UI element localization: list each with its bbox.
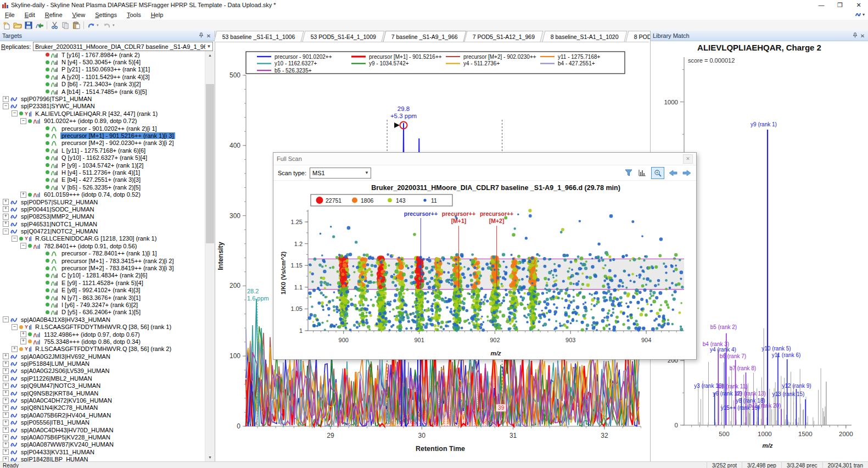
filter-icon[interactable] (624, 168, 634, 178)
minimize-button[interactable]: — (812, 0, 831, 10)
restore-button[interactable]: ❐ (831, 0, 849, 10)
expand-icon[interactable]: + (3, 449, 9, 455)
expand-icon[interactable]: + (3, 398, 9, 404)
tree-row-transition[interactable]: T [y16] - 1767.8984+ (rank 2) (0, 51, 205, 58)
tree-row-transition[interactable]: A [y20] - 1101.5429++ (rank 4)[3] (0, 73, 205, 80)
tree-row-transition[interactable]: V [b5] - 526.3235+ (rank 2)[5] (0, 183, 205, 191)
close-panel-icon[interactable]: ✕ (205, 33, 212, 39)
tree-row-protein[interactable]: +sp|P07996|TSP1_HUMAN (0, 95, 205, 102)
collapse-icon[interactable]: − (20, 118, 26, 124)
tree-row-transition[interactable]: C [y10] - 1281.4834+ (rank 2)[6] (0, 272, 205, 279)
collapse-icon[interactable]: − (12, 110, 18, 116)
tree-row-transition[interactable]: A [b14] - 1514.7485+ (rank 6)[5] (0, 88, 205, 95)
expand-icon[interactable]: + (3, 214, 9, 220)
expand-icon[interactable]: + (3, 390, 9, 396)
collapse-icon[interactable]: − (3, 316, 9, 322)
tree-row-transition[interactable]: P [y9] - 1034.5742+ (rank 1)[2] (0, 161, 205, 169)
tree-row-transition[interactable]: precursor [M+2] - 902.0230++ (rank 3)[i … (0, 140, 205, 147)
tree-row-transition[interactable]: Q [y10] - 1162.6327+ (rank 5)[4] (0, 154, 205, 161)
tree-row-peptide[interactable]: −YR.LSCAASGFTFDDYTMHWVR.Q [38, 56] (rank… (0, 323, 205, 330)
expand-icon[interactable]: + (3, 368, 9, 374)
tree-row-transition[interactable]: E [b4] - 427.2551+ (rank 3)[3] (0, 176, 205, 183)
expand-icon[interactable]: + (20, 331, 26, 337)
tree-row-transition[interactable]: precursor [M+1] - 783.3415++ (rank 2)[i … (0, 257, 205, 264)
expand-icon[interactable]: + (3, 412, 9, 418)
menu-help[interactable]: Help (146, 10, 169, 19)
tree-row-transition[interactable]: H [y4] - 511.2736+ (rank 4)[1] (0, 169, 205, 176)
expand-icon[interactable]: + (20, 338, 26, 344)
tree-row-precursor[interactable]: +1132.4986++ (idotp 0.97, dotp 0.67) (0, 331, 205, 338)
tree-row-protein[interactable]: +sp|P04433|KV311_HUMAN (0, 448, 205, 455)
import-results-button[interactable] (34, 20, 45, 30)
expand-icon[interactable]: + (3, 405, 9, 411)
open-file-button[interactable] (12, 20, 23, 30)
expand-icon[interactable]: + (3, 434, 9, 441)
expand-icon[interactable]: + (3, 442, 9, 448)
tree-row-transition[interactable]: precursor - 901.0202++ (rank 2)[i 1] (0, 125, 205, 132)
expand-icon[interactable]: + (20, 192, 26, 198)
menu-tools[interactable]: Tools (122, 10, 146, 19)
tree-row-transition[interactable]: D [b6] - 721.3403+ (rank 3)[2] (0, 81, 205, 88)
pin-icon[interactable] (851, 32, 859, 39)
collapse-icon[interactable]: − (12, 236, 18, 242)
close-panel-icon[interactable]: ✕ (859, 33, 866, 39)
tree-row-protein[interactable]: +sp|P08253|MMP2_HUMAN (0, 213, 205, 220)
replicate-tab[interactable]: 8 baseline_S1-A1_1_1020 (542, 31, 627, 42)
spectrum-icon[interactable] (637, 168, 647, 178)
tree-row-precursor[interactable]: +601.0159+++ (idotp 0.74, dotp 0.52) (0, 191, 205, 198)
menu-edit[interactable]: Edit (20, 10, 40, 19)
tree-row-protein[interactable]: +sp|Q9UM47|NOTC3_HUMAN (0, 382, 205, 389)
collapse-icon[interactable]: − (12, 324, 18, 330)
tree-row-protein[interactable]: +sp|A0A0C4DH43|HV70D_HUMAN (0, 426, 205, 433)
replicate-tab[interactable]: 7 baseline _S1-A9_1_966 (383, 31, 466, 42)
tree-row-protein[interactable]: +sp|A0A0C4DH72|KV106_HUMAN (0, 397, 205, 404)
menu-refine[interactable]: Refine (40, 10, 68, 19)
tree-row-transition[interactable]: D [y5] - 636.2406+ (rank 1)[5] (0, 309, 205, 316)
replicate-tab[interactable]: 53 baseline _S1-E1_1_1006 (214, 31, 304, 42)
tree-row-protein[interactable]: +sp|P0DP57|SLUR2_HUMAN (0, 198, 205, 205)
full-scan-plot[interactable]: Bruker_20200311_HMoore_DIA_CDLR7 baselin… (273, 181, 695, 360)
collapse-icon[interactable]: − (3, 229, 9, 235)
zoom-icon[interactable] (651, 167, 664, 179)
targets-scrollbar[interactable]: ▲ ▼ (205, 51, 215, 461)
full-scan-window[interactable]: Full Scan ✕ Scan type: MS1 ▼ Bruker_2020… (273, 152, 697, 360)
tree-row-protein[interactable]: +sp|A0A075B6R2|HV404_HUMAN (0, 411, 205, 419)
tree-row-transition[interactable]: P [y21] - 1150.0693++ (rank 1)[1] (0, 66, 205, 73)
tree-row-protein[interactable]: +sp|A0A087WW87|KV240_HUMAN (0, 441, 205, 448)
tree-row-peptide[interactable]: −YR.GLLCEENIDDCAR.G [1218, 1230] (rank 1… (0, 235, 205, 242)
tree-row-precursor[interactable]: +755.3348+++ (idotp 0.86, dotp 0.34) (0, 338, 205, 345)
menu-view[interactable]: View (68, 10, 91, 19)
replicates-dropdown[interactable]: Bruker_20200311_HMoore_DIA_CDLR7 baselin… (33, 42, 213, 51)
tree-row-protein[interactable]: +sp|P11226|MBL2_HUMAN (0, 375, 205, 382)
full-scan-titlebar[interactable]: Full Scan ✕ (273, 153, 696, 165)
tree-row-transition[interactable]: precursor [M+2] - 783.8419++ (rank 3)[i … (0, 264, 205, 271)
close-button[interactable]: ✕ (849, 0, 868, 10)
tree-row-protein[interactable]: +sp|A0A075B6P5|KV228_HUMAN (0, 433, 205, 441)
pin-icon[interactable] (197, 32, 205, 39)
tree-row-protein[interactable]: +sp|P00441|SODC_HUMAN (0, 205, 205, 213)
tree-row-transition[interactable]: precursor - 782.8401++ (rank 1)[i 1] (0, 250, 205, 257)
expand-icon[interactable]: + (3, 353, 9, 359)
ui-mode-selector[interactable]: ▾ (855, 11, 865, 18)
undo-caret-icon[interactable]: ▾ (97, 23, 102, 27)
expand-icon[interactable]: + (3, 456, 9, 461)
expand-icon[interactable]: + (3, 221, 9, 227)
menu-settings[interactable]: Settings (90, 10, 122, 19)
tree-row-precursor[interactable]: −901.0202++ (idotp 0.89, dotp 0.72) (0, 118, 205, 125)
tree-row-protein[interactable]: +sp|A0A0G2JMI3|HV692_HUMAN (0, 353, 205, 360)
menu-file[interactable]: File (0, 10, 20, 19)
tree-row-protein[interactable]: +sp|P18428|LBP_HUMAN (0, 455, 205, 461)
expand-icon[interactable]: + (3, 427, 9, 433)
expand-icon[interactable]: + (12, 346, 18, 352)
tree-row-protein[interactable]: +sp|P51884|LUM_HUMAN (0, 360, 205, 367)
scrollbar-thumb[interactable] (206, 84, 214, 243)
expand-icon[interactable]: + (3, 420, 9, 426)
tree-row-transition[interactable]: I [y6] - 749.3247+ (rank 6)[2] (0, 301, 205, 308)
prev-arrow-icon[interactable] (668, 168, 678, 178)
copy-button[interactable] (60, 20, 71, 30)
tree-row-protein[interactable]: +sp|Q9NSB2|KRT84_HUMAN (0, 389, 205, 397)
redo-button[interactable] (102, 20, 113, 30)
tree-row-transition[interactable]: N [y4] - 530.3045+ (rank 5)[4] (0, 58, 205, 65)
tree-row-protein[interactable]: +sp|P05556|ITB1_HUMAN (0, 419, 205, 426)
paste-button[interactable] (71, 20, 82, 30)
